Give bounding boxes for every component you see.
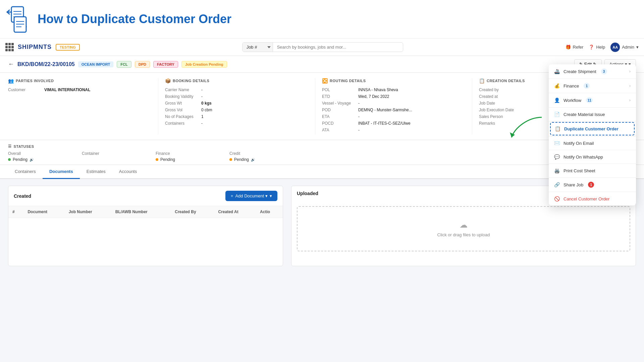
statuses-grid: Overall Pending 🔊 Container Finance Pend… bbox=[8, 151, 595, 162]
navbar: SHIPMNTS TESTING Job # Booking # 🎁 Refer… bbox=[0, 39, 644, 56]
tab-containers[interactable]: Containers bbox=[8, 165, 43, 179]
admin-menu-button[interactable]: AA Admin ▾ bbox=[610, 43, 639, 52]
booking-section: 📦 BOOKING DETAILS Carrier Name - Booking… bbox=[165, 78, 315, 134]
refer-button[interactable]: 🎁 Refer bbox=[566, 45, 584, 50]
whatsapp-icon: 💬 bbox=[554, 154, 560, 160]
details-grid: 👥 PARTIES INVOLVED Customer VIMAL INTERN… bbox=[0, 73, 644, 140]
status-dot-orange bbox=[156, 158, 158, 161]
volume-icon: 🔊 bbox=[30, 158, 34, 162]
dropdown-item-notify-email[interactable]: ✉️ Notify On Email bbox=[549, 136, 636, 150]
nav-right: 🎁 Refer ❓ Help AA Admin ▾ bbox=[566, 43, 639, 52]
tab-estimates[interactable]: Estimates bbox=[80, 165, 112, 179]
upload-zone[interactable]: ☁ Click or drag files to upload bbox=[297, 206, 630, 251]
job-header-bar: ← BKD/BOM/22-23/00105 OCEAN IMPORT FCL D… bbox=[0, 56, 644, 73]
dropdown-item-duplicate-customer-order-wrapper: 📋 Duplicate Customer Order bbox=[550, 122, 635, 135]
tab-documents[interactable]: Documents bbox=[43, 165, 80, 179]
badge-factory: FACTORY bbox=[153, 61, 178, 68]
creation-icon: 📋 bbox=[479, 78, 485, 83]
dropdown-item-finance[interactable]: 💰 Finance 1 › bbox=[549, 79, 636, 93]
search-area: Job # Booking # bbox=[84, 42, 561, 52]
routing-row-5: POCD INBAT - IT-ITES-C-SEZ/Ulwe bbox=[322, 121, 465, 126]
dropdown-item-share-job[interactable]: 🔗 Share Job 1 bbox=[549, 178, 636, 192]
dropdown-item-print-cost-sheet[interactable]: 🖨️ Print Cost Sheet bbox=[549, 164, 636, 177]
routing-row-2: Vessel - Voyage - bbox=[322, 101, 465, 106]
divider-4 bbox=[549, 121, 636, 121]
logo-icon bbox=[5, 4, 32, 34]
docs-table: # Document Job Number BL/AWB Number Crea… bbox=[8, 206, 283, 218]
status-dot-green bbox=[8, 158, 11, 161]
status-credit: Credit Pending 🔊 bbox=[229, 151, 303, 162]
statuses-content: ☰ STATUSES Overall Pending 🔊 Container F… bbox=[8, 144, 595, 162]
search-input[interactable] bbox=[273, 43, 387, 52]
badge-dpd: DPD bbox=[135, 61, 150, 68]
routing-row-3: POD DEMNQ - Munster-Sarmshe... bbox=[322, 108, 465, 112]
duplicate-icon: 📋 bbox=[555, 126, 561, 131]
booking-row-2: Gross Wt 0 kgs bbox=[165, 101, 308, 106]
share-icon: 🔗 bbox=[554, 182, 560, 187]
statuses-section: ☰ STATUSES Overall Pending 🔊 Container F… bbox=[0, 140, 644, 165]
search-type-select[interactable]: Job # Booking # bbox=[243, 43, 273, 52]
volume-icon-2: 🔊 bbox=[251, 158, 255, 162]
chevron-right-icon-2: › bbox=[629, 83, 631, 88]
logo-area bbox=[5, 4, 32, 34]
parties-icon: 👥 bbox=[8, 78, 14, 83]
status-dot-orange-2 bbox=[229, 158, 232, 161]
dropdown-item-create-shipment[interactable]: 🚢 Create Shipment 3 › bbox=[549, 64, 636, 78]
dropdown-item-cancel-customer-order[interactable]: 🚫 Cancel Customer Order bbox=[549, 192, 636, 205]
docs-table-header-row: # Document Job Number BL/AWB Number Crea… bbox=[8, 206, 283, 218]
tab-accounts[interactable]: Accounts bbox=[112, 165, 144, 179]
back-button[interactable]: ← bbox=[8, 61, 14, 68]
upload-icon: ☁ bbox=[304, 220, 623, 230]
ship-icon: 🚢 bbox=[554, 69, 560, 74]
workflow-icon: 👤 bbox=[554, 98, 560, 103]
nav-left: SHIPMNTS TESTING bbox=[5, 43, 80, 51]
routing-row-4: ETA - bbox=[322, 114, 465, 119]
chevron-right-icon: › bbox=[629, 69, 631, 74]
col-actions: Actio bbox=[256, 206, 283, 218]
dropdown-item-create-material-issue[interactable]: 📄 Create Material Issue bbox=[549, 108, 636, 121]
grid-menu-icon[interactable] bbox=[5, 43, 14, 51]
print-icon: 🖨️ bbox=[554, 168, 560, 173]
docs-created-header: Created + Add Document ▾ ▾ bbox=[8, 186, 283, 206]
status-container: Container bbox=[82, 151, 156, 162]
cancel-icon: 🚫 bbox=[554, 196, 560, 201]
col-bl-awb: BL/AWB Number bbox=[111, 206, 171, 218]
routing-row-1: ETD Wed, 7 Dec 2022 bbox=[322, 94, 465, 99]
header-banner: How to Duplicate Customer Order bbox=[0, 0, 644, 39]
shipment-count-badge: 3 bbox=[601, 68, 607, 74]
routing-header: 🔀 ROUTING DETAILS bbox=[322, 78, 465, 83]
chevron-down-icon: ▾ bbox=[270, 193, 272, 198]
dropdown-item-workflow[interactable]: 👤 Workflow 11 › bbox=[549, 93, 636, 107]
testing-badge[interactable]: TESTING bbox=[56, 44, 80, 51]
gift-icon: 🎁 bbox=[566, 45, 571, 50]
plus-icon: + bbox=[231, 193, 233, 198]
dropdown-item-duplicate-customer-order[interactable]: 📋 Duplicate Customer Order bbox=[551, 123, 634, 135]
add-document-button[interactable]: + Add Document ▾ ▾ bbox=[225, 191, 277, 201]
routing-section: 🔀 ROUTING DETAILS POL INNSA - Nhava Shev… bbox=[322, 78, 472, 134]
status-finance: Finance Pending bbox=[156, 151, 229, 162]
col-job-number: Job Number bbox=[65, 206, 111, 218]
docs-created-panel: Created + Add Document ▾ ▾ # Document Jo… bbox=[8, 186, 283, 266]
routing-row-0: POL INNSA - Nhava Sheva bbox=[322, 87, 465, 92]
email-icon: ✉️ bbox=[554, 140, 560, 146]
help-button[interactable]: ❓ Help bbox=[589, 45, 605, 50]
chevron-down-icon: ▾ bbox=[636, 45, 639, 50]
job-number: BKD/BOM/22-23/00105 bbox=[17, 61, 75, 67]
parties-header: 👥 PARTIES INVOLVED bbox=[8, 78, 151, 83]
booking-row-4: No of Packages 1 bbox=[165, 114, 308, 119]
finance-icon: 💰 bbox=[554, 83, 560, 88]
tabs-bar: Containers Documents Estimates Accounts bbox=[0, 165, 644, 179]
dropdown-item-notify-whatsapp[interactable]: 💬 Notify On WhatsApp bbox=[549, 150, 636, 164]
customer-row: Customer VIMAL INTERNATIONAL bbox=[8, 87, 151, 92]
routing-row-6: ATA - bbox=[322, 128, 465, 132]
booking-icon: 📦 bbox=[165, 78, 171, 83]
booking-row-3: Gross Vol 0 cbm bbox=[165, 108, 308, 112]
chevron-right-icon-3: › bbox=[629, 98, 631, 103]
parties-section: 👥 PARTIES INVOLVED Customer VIMAL INTERN… bbox=[8, 78, 158, 134]
actions-dropdown-menu: 🚢 Create Shipment 3 › 💰 Finance 1 › 👤 Wo… bbox=[549, 64, 636, 205]
documents-section: Created + Add Document ▾ ▾ # Document Jo… bbox=[0, 179, 644, 273]
help-icon: ❓ bbox=[589, 45, 594, 50]
col-created-at: Created At bbox=[214, 206, 256, 218]
material-icon: 📄 bbox=[554, 112, 560, 117]
avatar: AA bbox=[610, 43, 620, 52]
